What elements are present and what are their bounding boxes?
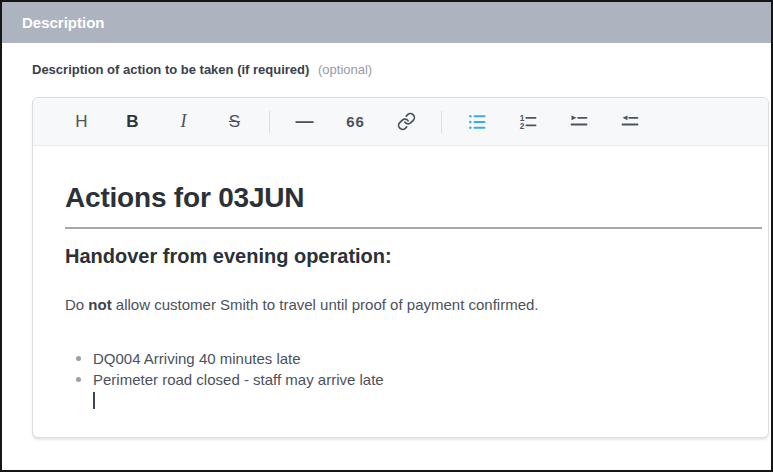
outdent-button[interactable] bbox=[613, 105, 646, 138]
bold-button[interactable]: B bbox=[116, 105, 149, 138]
outdent-icon bbox=[620, 112, 640, 132]
panel-header: Description bbox=[2, 2, 771, 43]
doc-paragraph: Do not allow customer Smith to travel un… bbox=[65, 294, 762, 315]
ordered-list-icon: 12 bbox=[518, 112, 538, 132]
caret-line bbox=[65, 390, 762, 411]
horizontal-rule-button[interactable]: — bbox=[288, 105, 321, 138]
ordered-list-button[interactable]: 12 bbox=[511, 105, 544, 138]
svg-text:2: 2 bbox=[519, 121, 524, 131]
list-item: Perimeter road closed - staff may arrive… bbox=[93, 369, 762, 390]
toolbar-divider bbox=[269, 111, 270, 133]
toolbar-divider bbox=[441, 111, 442, 133]
blockquote-button[interactable]: 66 bbox=[339, 105, 372, 138]
bullet-list-icon bbox=[467, 112, 487, 132]
indent-icon bbox=[569, 112, 589, 132]
doc-subtitle: Handover from evening operation: bbox=[65, 244, 762, 268]
text-cursor bbox=[93, 392, 95, 409]
panel-title: Description bbox=[22, 14, 105, 31]
heading-button[interactable]: H bbox=[65, 105, 98, 138]
editor-toolbar: H B I S — 66 bbox=[33, 98, 768, 146]
field-label-text: Description of action to be taken (if re… bbox=[32, 62, 309, 77]
editor-content[interactable]: Actions for 03JUN Handover from evening … bbox=[33, 146, 768, 411]
doc-bullet-list: DQ004 Arriving 40 minutes late Perimeter… bbox=[65, 348, 762, 390]
doc-title: Actions for 03JUN bbox=[65, 182, 762, 229]
paragraph-text: allow customer Smith to travel until pro… bbox=[112, 296, 539, 313]
link-button[interactable] bbox=[390, 105, 423, 138]
italic-button[interactable]: I bbox=[167, 105, 200, 138]
paragraph-bold-text: not bbox=[88, 296, 111, 313]
bullet-list-button[interactable] bbox=[460, 105, 493, 138]
panel-body: Description of action to be taken (if re… bbox=[2, 43, 771, 438]
link-icon bbox=[397, 112, 416, 131]
field-label: Description of action to be taken (if re… bbox=[32, 62, 769, 78]
rich-text-editor: H B I S — 66 bbox=[32, 97, 769, 438]
list-item: DQ004 Arriving 40 minutes late bbox=[93, 348, 762, 369]
paragraph-text: Do bbox=[65, 296, 88, 313]
strikethrough-button[interactable]: S bbox=[218, 105, 251, 138]
screenshot-frame: Description Description of action to be … bbox=[0, 0, 773, 472]
indent-button[interactable] bbox=[562, 105, 595, 138]
field-optional-hint: (optional) bbox=[318, 62, 372, 77]
